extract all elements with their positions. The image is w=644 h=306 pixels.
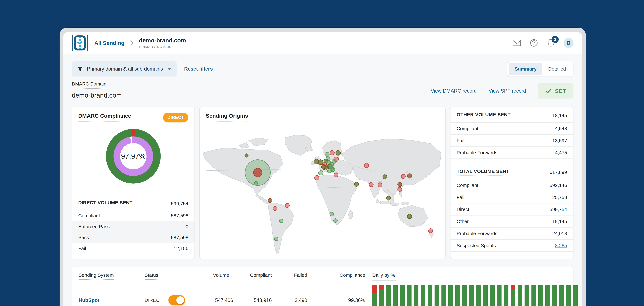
daily-bar bbox=[476, 285, 481, 306]
daily-bar bbox=[462, 285, 467, 306]
stats-row-label: Probable Forwards bbox=[456, 231, 497, 236]
origin-dot-green[interactable] bbox=[325, 152, 330, 157]
origin-dot-red[interactable] bbox=[398, 187, 402, 191]
column-header-label: Volume bbox=[213, 272, 229, 278]
status-label: DIRECT bbox=[144, 298, 162, 303]
summary-cards: DMARC Compliance DIRECT 97.97% DIRECT VO… bbox=[72, 107, 574, 259]
column-header-compliance[interactable]: Compliance bbox=[307, 272, 365, 278]
compliance-row-value: 0 bbox=[186, 224, 188, 229]
domain-filter-dropdown[interactable]: Primary domain & all sub-domains bbox=[72, 61, 177, 76]
daily-bar bbox=[393, 285, 398, 306]
stats-row-fail: Fail25,753 bbox=[450, 191, 573, 203]
cell-volume: 547,406 bbox=[196, 283, 233, 303]
column-header-sending-system[interactable]: Sending System bbox=[78, 272, 144, 280]
origin-dot-red[interactable] bbox=[364, 163, 369, 168]
origin-dot-green[interactable] bbox=[274, 237, 278, 241]
stats-row-label: Fail bbox=[456, 138, 464, 143]
origin-dot-red[interactable] bbox=[314, 175, 319, 180]
daily-bar bbox=[386, 285, 391, 306]
origin-dot-olive[interactable] bbox=[318, 159, 323, 164]
tab-summary[interactable]: Summary bbox=[509, 63, 542, 75]
origin-dot-olive[interactable] bbox=[383, 175, 387, 179]
origins-card-title: Sending Origins bbox=[206, 113, 248, 122]
daily-bar bbox=[483, 285, 488, 306]
set-badge-label: SET bbox=[555, 88, 566, 94]
dmarc-compliance-card: DMARC Compliance DIRECT 97.97% DIRECT VO… bbox=[72, 107, 195, 259]
origin-dot-red[interactable] bbox=[369, 182, 373, 187]
origin-dot-brown[interactable] bbox=[398, 182, 402, 187]
funnel-icon bbox=[77, 66, 83, 72]
origin-dot-big-red[interactable] bbox=[254, 168, 262, 177]
origin-dot-green[interactable] bbox=[254, 181, 258, 185]
mail-icon[interactable] bbox=[512, 38, 521, 47]
reset-filters-link[interactable]: Reset filters bbox=[184, 66, 213, 72]
notification-count-badge: 2 bbox=[552, 36, 559, 43]
origin-dot-olive[interactable] bbox=[407, 214, 412, 219]
dmarc-set-badge: SET bbox=[538, 83, 574, 99]
view-spf-record-link[interactable]: View SPF record bbox=[489, 88, 526, 94]
origin-dot-brown[interactable] bbox=[407, 174, 412, 178]
help-icon[interactable] bbox=[529, 38, 538, 47]
daily-bar bbox=[407, 285, 412, 306]
stats-row-value: 4,475 bbox=[555, 150, 567, 155]
stats-row-label: Other bbox=[456, 219, 469, 224]
origin-dot-green[interactable] bbox=[279, 219, 283, 223]
app-surface: All Sending demo-brand.com PRIMARY DOMAI… bbox=[64, 32, 582, 306]
origin-dot-red[interactable] bbox=[401, 174, 406, 178]
column-header-status[interactable]: Status bbox=[144, 272, 196, 280]
origin-dot-red[interactable] bbox=[428, 229, 433, 233]
stats-header-total-volume-sent: TOTAL VOLUME SENT617,899 bbox=[450, 165, 573, 179]
origin-dot-brown[interactable] bbox=[268, 198, 272, 202]
origin-dot-olive[interactable] bbox=[386, 196, 390, 200]
daily-bar bbox=[372, 285, 377, 306]
sending-systems-table: Sending SystemStatusVolume↓CompliantFail… bbox=[72, 267, 574, 306]
daily-bar bbox=[379, 285, 384, 306]
stats-row-fail: Fail13,597 bbox=[450, 135, 573, 147]
origin-dot-green[interactable] bbox=[331, 168, 335, 171]
daily-bar bbox=[469, 285, 474, 306]
compliance-card-title: DMARC Compliance bbox=[78, 113, 131, 122]
compliance-row-fail: Fail12,156 bbox=[72, 243, 194, 254]
origin-dot-green[interactable] bbox=[318, 171, 323, 175]
daily-bar bbox=[518, 285, 522, 306]
daily-bar bbox=[559, 285, 564, 306]
column-header-daily-by[interactable]: Daily by % bbox=[372, 272, 567, 281]
origin-dot-green[interactable] bbox=[327, 169, 332, 173]
daily-bar bbox=[573, 285, 578, 306]
status-toggle[interactable] bbox=[168, 295, 185, 305]
stats-row-label: Compliant bbox=[456, 126, 478, 131]
tab-detailed[interactable]: Detailed bbox=[542, 63, 572, 75]
daily-bar bbox=[448, 285, 453, 306]
suspected-spoofs-link[interactable]: 8,285 bbox=[555, 243, 567, 248]
compliance-row-label: DIRECT VOLUME SENT bbox=[78, 200, 132, 207]
stats-header-label: OTHER VOLUME SENT bbox=[456, 112, 510, 119]
stats-row-other: Other18,145 bbox=[450, 215, 573, 228]
column-header-label: Daily by % bbox=[372, 272, 396, 281]
sending-system-link[interactable]: HubSpot bbox=[78, 298, 99, 303]
origin-dot-red[interactable] bbox=[273, 206, 277, 211]
origin-dot-olive-red[interactable] bbox=[245, 154, 248, 157]
breadcrumb-all-sending[interactable]: All Sending bbox=[94, 40, 124, 46]
notifications-bell-icon[interactable]: 2 bbox=[546, 38, 556, 47]
view-dmarc-record-link[interactable]: View DMARC record bbox=[431, 88, 476, 94]
origin-dot-olive[interactable] bbox=[354, 182, 359, 186]
origin-dot-olive[interactable] bbox=[336, 151, 340, 155]
origin-dot-red[interactable] bbox=[378, 183, 382, 187]
column-header-volume[interactable]: Volume↓ bbox=[196, 272, 233, 278]
origin-dot-olive[interactable] bbox=[314, 159, 318, 164]
domain-filter-label: Primary domain & all sub-domains bbox=[87, 66, 163, 72]
sort-descending-icon[interactable]: ↓ bbox=[231, 272, 233, 278]
stats-row-label: Suspected Spoofs bbox=[456, 243, 496, 248]
origin-dot-red[interactable] bbox=[334, 173, 338, 177]
origin-dot-green[interactable] bbox=[334, 219, 338, 222]
stats-row-label: Probable Forwards bbox=[456, 150, 497, 155]
column-header-failed[interactable]: Failed bbox=[272, 272, 307, 278]
origin-dot-green[interactable] bbox=[330, 212, 334, 216]
stats-row-value: 4,548 bbox=[555, 126, 567, 131]
compliance-percent: 97.97% bbox=[120, 143, 146, 169]
origin-dot-red[interactable] bbox=[330, 151, 334, 155]
column-header-compliant[interactable]: Compliant bbox=[233, 272, 272, 278]
origin-dot-red[interactable] bbox=[285, 203, 290, 207]
user-avatar[interactable]: D bbox=[564, 38, 574, 48]
compliance-row-label: Pass bbox=[78, 235, 89, 240]
